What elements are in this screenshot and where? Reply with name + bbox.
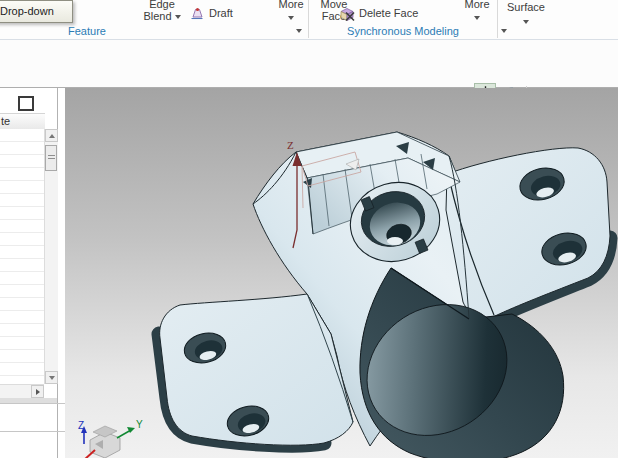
chevron-down-icon: [175, 15, 181, 19]
ribbon: ell Edge Blend Draft More Move Face: [0, 0, 618, 40]
edge-blend-label-1: Edge: [133, 0, 191, 10]
scroll-down-button[interactable]: [45, 371, 58, 384]
selection-toolbar: ly: [0, 40, 618, 88]
right-flange: [446, 148, 610, 317]
delete-face-button[interactable]: [338, 5, 356, 25]
cad-model[interactable]: Z: [159, 132, 610, 458]
chevron-down-icon: [474, 16, 480, 20]
sync-more-label: More: [456, 0, 498, 10]
draft-label: Draft: [209, 7, 233, 19]
feature-more-button[interactable]: More: [270, 0, 312, 23]
delete-face-icon: [338, 5, 356, 23]
datum-axis-label: Z: [287, 139, 294, 151]
chevron-down-icon: [523, 20, 529, 24]
scroll-right-button[interactable]: [31, 385, 44, 398]
edge-blend-button[interactable]: Edge Blend: [133, 0, 191, 22]
ribbon-group-separator: [497, 0, 498, 38]
draft-button[interactable]: [189, 6, 205, 24]
ribbon-group-separator: [308, 0, 309, 38]
feature-group-label: Feature: [47, 25, 127, 37]
delete-face-label-wrap[interactable]: Delete Face: [359, 7, 418, 19]
horizontal-scrollbar[interactable]: [0, 384, 44, 399]
edge-blend-label-2: Blend: [143, 10, 171, 22]
maximize-icon[interactable]: [18, 96, 34, 111]
navigator-list[interactable]: [0, 129, 44, 383]
draft-button-label-wrap[interactable]: Draft: [209, 7, 233, 19]
triad-z-label: Z: [78, 420, 84, 431]
scrollbar-thumb[interactable]: [45, 145, 57, 171]
drop-down-tooltip: Drop-down: [0, 0, 73, 23]
vertical-scrollbar[interactable]: [44, 129, 58, 384]
graphics-window[interactable]: Z Z: [65, 88, 618, 458]
feature-gallery-caret[interactable]: [296, 29, 302, 33]
delete-face-label: Delete Face: [359, 7, 418, 19]
triad-y-label: Y: [136, 419, 143, 430]
surface-label: Surface: [503, 1, 549, 13]
view-triad[interactable]: Z Y: [78, 419, 143, 458]
triad-y-arrow: [117, 430, 131, 438]
nx-application-window: ell Edge Blend Draft More Move Face: [0, 0, 618, 458]
surface-tab-button[interactable]: Surface: [503, 1, 549, 27]
model-canvas[interactable]: Z Z: [65, 88, 618, 458]
sync-more-button[interactable]: More: [456, 0, 498, 23]
triad-x-arrow: [84, 450, 95, 458]
chevron-down-icon: [288, 16, 294, 20]
synchronous-modeling-group-label: Synchronous Modeling: [330, 25, 476, 37]
feature-more-label: More: [270, 0, 312, 10]
panel-column-header[interactable]: te: [0, 113, 45, 130]
sync-gallery-caret[interactable]: [501, 29, 507, 33]
draft-icon: [189, 6, 205, 22]
scroll-up-button[interactable]: [45, 129, 58, 142]
